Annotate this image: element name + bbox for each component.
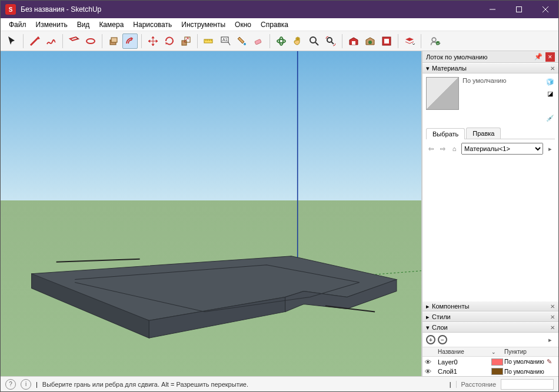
menu-camera[interactable]: Камера (94, 19, 128, 30)
line-tool[interactable] (27, 33, 42, 49)
freehand-tool[interactable] (44, 33, 59, 49)
measurement-label: Расстояние (456, 381, 496, 388)
svg-point-20 (436, 41, 440, 45)
layers-panel-header[interactable]: ▾ Слои ✕ (422, 322, 558, 333)
pan-tool[interactable] (290, 33, 305, 49)
move-tool[interactable] (145, 33, 161, 49)
visibility-icon[interactable]: 👁 (425, 368, 437, 375)
svg-rect-15 (352, 41, 355, 45)
material-preview-swatch[interactable] (426, 77, 459, 110)
layer-row[interactable]: 👁 Слой1 По умолчанию (422, 367, 558, 376)
styles-header-label: Стили (432, 313, 451, 320)
maximize-button[interactable] (505, 1, 532, 18)
layer-color-swatch[interactable] (491, 368, 503, 375)
panel-close-icon[interactable]: ✕ (550, 314, 555, 320)
svg-rect-4 (182, 41, 187, 45)
rotate-tool[interactable] (162, 33, 177, 49)
layers-tools: + − ▸ (422, 333, 558, 347)
menu-file[interactable]: Файл (4, 19, 31, 30)
toolbar-separator (23, 34, 24, 48)
col-name[interactable]: Название (438, 349, 490, 355)
signin-tool[interactable] (425, 33, 446, 49)
tape-tool[interactable] (201, 33, 217, 49)
panel-close-icon[interactable]: ✕ (550, 324, 555, 331)
menu-edit[interactable]: Изменить (31, 19, 72, 30)
layer-color-swatch[interactable] (491, 359, 503, 366)
materials-nav: ⇦ ⇨ ⌂ Материалы<1> ▸ (426, 143, 555, 155)
menu-tools[interactable]: Инструменты (177, 19, 230, 30)
default-material-icon[interactable]: ◪ (545, 89, 555, 98)
remove-layer-button[interactable]: − (438, 335, 447, 344)
materials-grid[interactable] (426, 155, 555, 213)
layer-row[interactable]: 👁 Layer0 По умолчанию ✎ (422, 357, 558, 367)
materials-collection-select[interactable]: Материалы<1> (461, 143, 543, 155)
close-button[interactable] (532, 1, 558, 18)
measurement-input[interactable] (501, 379, 554, 390)
svg-rect-0 (516, 7, 521, 12)
layer-name: Слой1 (438, 368, 490, 375)
tab-edit[interactable]: Правка (466, 128, 501, 139)
rectangle-tool[interactable] (66, 33, 82, 49)
model-geometry (1, 51, 421, 376)
offset-tool[interactable] (122, 33, 138, 49)
materials-header-label: Материалы (432, 65, 467, 72)
nav-forward-icon[interactable]: ⇨ (438, 144, 447, 153)
sort-icon: ⌄ (491, 349, 503, 355)
scale-tool[interactable] (178, 33, 194, 49)
layer-dash: По умолчанию (504, 359, 545, 365)
col-dash[interactable]: Пунктир (504, 349, 545, 355)
layers-dropdown-tool[interactable] (402, 33, 417, 49)
extension-warehouse-tool[interactable] (362, 33, 378, 49)
collapse-icon: ▾ (426, 65, 430, 72)
eyedropper-icon[interactable]: 💉 (545, 113, 555, 123)
panel-close-icon[interactable]: ✕ (550, 303, 555, 310)
svg-point-19 (432, 38, 436, 42)
minimize-button[interactable] (479, 1, 505, 18)
layers-menu-icon[interactable]: ▸ (545, 335, 555, 344)
nav-menu-icon[interactable]: ▸ (545, 144, 555, 153)
zoom-tool[interactable] (307, 33, 322, 49)
materials-panel-body: По умолчанию 🧊 ◪ 💉 Выбрать Правка ⇦ ⇨ ⌂ … (422, 73, 558, 217)
pushpull-tool[interactable] (106, 33, 121, 49)
toolbar-separator (197, 34, 198, 48)
menu-help[interactable]: Справка (256, 19, 293, 30)
pencil-icon[interactable]: ✎ (547, 358, 556, 366)
visibility-icon[interactable]: 👁 (425, 359, 437, 366)
svg-point-13 (310, 37, 316, 43)
svg-point-1 (86, 39, 95, 43)
menu-window[interactable]: Окно (230, 19, 256, 30)
tab-select[interactable]: Выбрать (426, 128, 465, 139)
zoom-extents-tool[interactable] (323, 33, 338, 49)
create-material-icon[interactable]: 🧊 (545, 77, 555, 86)
info-icon[interactable]: i (21, 379, 31, 390)
svg-point-14 (327, 38, 332, 42)
text-tool[interactable]: A1 (218, 33, 233, 49)
paint-tool[interactable] (234, 33, 249, 49)
3dwarehouse-tool[interactable] (346, 33, 361, 49)
add-layer-button[interactable]: + (426, 335, 435, 344)
toolbar: A1 (1, 31, 558, 51)
materials-tabs: Выбрать Правка (426, 128, 555, 139)
circle-tool[interactable] (83, 33, 98, 49)
send-to-layout-tool[interactable] (379, 33, 394, 49)
menu-draw[interactable]: Нарисовать (128, 19, 177, 30)
panel-close-icon[interactable]: ✕ (550, 65, 555, 72)
menu-view[interactable]: Вид (72, 19, 95, 30)
svg-rect-10 (255, 39, 262, 45)
default-tray: Лоток по умолчанию 📌 ✕ ▾ Материалы ✕ По … (422, 51, 558, 376)
eraser-tool[interactable] (251, 33, 266, 49)
nav-home-icon[interactable]: ⌂ (450, 144, 459, 153)
materials-panel-header[interactable]: ▾ Материалы ✕ (422, 63, 558, 73)
nav-back-icon[interactable]: ⇦ (426, 144, 435, 153)
help-icon[interactable]: ? (5, 379, 16, 390)
select-tool[interactable] (4, 33, 19, 49)
pin-icon[interactable]: 📌 (534, 52, 543, 62)
layers-header-label: Слои (432, 324, 448, 331)
tray-header: Лоток по умолчанию 📌 ✕ (422, 51, 558, 63)
orbit-tool[interactable] (274, 33, 289, 49)
tray-close-icon[interactable]: ✕ (545, 52, 555, 62)
styles-panel-header[interactable]: ▸ Стили ✕ (422, 311, 558, 322)
components-panel-header[interactable]: ▸ Компоненты ✕ (422, 301, 558, 311)
viewport-3d[interactable] (1, 51, 422, 376)
status-hint: Выберите грань или ребра для сдвига. Alt… (42, 381, 445, 388)
